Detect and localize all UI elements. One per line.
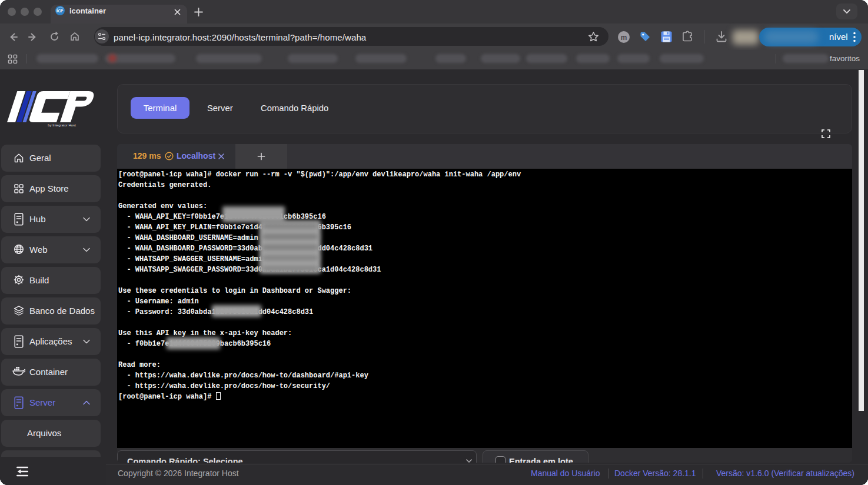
svg-text:ICP: ICP bbox=[57, 9, 64, 13]
svg-text:m: m bbox=[621, 34, 627, 42]
svg-text:by Integrator Host: by Integrator Host bbox=[48, 123, 76, 127]
